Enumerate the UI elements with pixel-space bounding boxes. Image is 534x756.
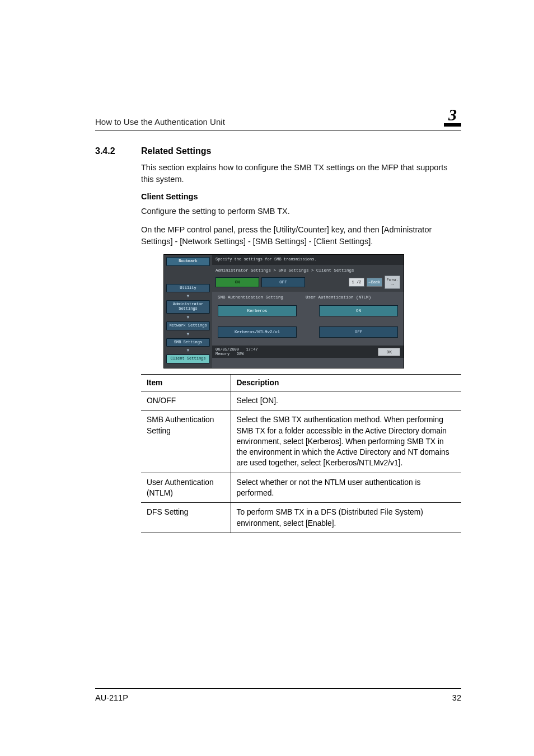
item-cell: User Authentication (NTLM) [141, 473, 231, 503]
client-settings-p1: Configure the setting to perform SMB TX. [141, 206, 461, 217]
forward-button[interactable]: Forw. → [385, 276, 400, 289]
item-cell: DFS Setting [141, 503, 231, 533]
item-cell: SMB Authentication Setting [141, 410, 231, 473]
section-heading: 3.4.2 Related Settings [95, 146, 461, 156]
back-button[interactable]: ←Back [367, 278, 382, 287]
sidebar-bookmark-button[interactable]: Bookmark [166, 257, 210, 266]
on-tab[interactable]: ON [216, 277, 259, 287]
client-settings-heading: Client Settings [141, 192, 461, 201]
table-row: DFS Setting To perform SMB TX in a DFS (… [141, 503, 461, 533]
ok-button[interactable]: OK [378, 348, 400, 356]
panel-tab-row: ON OFF 1 /2 ←Back Forw. → [212, 276, 404, 292]
running-header: How to Use the Authentication Unit 3 [95, 106, 461, 130]
down-arrow-icon: ▼ [166, 315, 210, 320]
down-arrow-icon: ▼ [166, 348, 210, 353]
kerberos-option[interactable]: Kerberos [218, 305, 297, 316]
page-counter: 1 /2 [349, 278, 364, 287]
desc-cell: Select whether or not the NTLM user auth… [231, 473, 461, 503]
down-arrow-icon: ▼ [166, 332, 210, 337]
panel-content: Specify the settings for SMB transmissio… [212, 255, 404, 368]
sidebar-client-settings-button[interactable]: Client Settings [166, 354, 210, 363]
panel-help-strip: Specify the settings for SMB transmissio… [212, 255, 404, 265]
sidebar-smb-settings-button[interactable]: SMB Settings [166, 338, 210, 347]
desc-cell: Select the SMB TX authentication method.… [231, 410, 461, 473]
panel-sidebar: Bookmark Utility ▼ Administrator Setting… [164, 255, 212, 368]
status-memory-label: Memory [216, 352, 229, 356]
smb-auth-setting-label: SMB Authentication Setting [218, 295, 283, 300]
desc-cell: To perform SMB TX in a DFS (Distributed … [231, 503, 461, 533]
running-header-title: How to Use the Authentication Unit [95, 117, 225, 127]
down-arrow-icon: ▼ [166, 294, 210, 298]
chapter-number-badge: 3 [444, 106, 461, 127]
table-row: ON/OFF Select [ON]. [141, 391, 461, 410]
status-memory-pct: 98% [237, 352, 244, 356]
table-header-item: Item [141, 374, 231, 391]
section-number: 3.4.2 [95, 146, 121, 156]
mfp-panel-figure: Bookmark Utility ▼ Administrator Setting… [163, 254, 461, 368]
ntlm-on-option[interactable]: ON [319, 305, 398, 316]
settings-description-table: Item Description ON/OFF Select [ON]. SMB… [141, 374, 461, 533]
desc-cell: Select [ON]. [231, 391, 461, 410]
user-auth-ntlm-label: User Authentication (NTLM) [306, 295, 371, 300]
table-header-description: Description [231, 374, 461, 391]
off-tab[interactable]: OFF [261, 277, 305, 287]
intro-paragraph: This section explains how to configure t… [141, 162, 461, 185]
panel-breadcrumb: Administrator Settings > SMB Settings > … [212, 265, 404, 276]
panel-status-bar: 06/05/2009 17:47 Memory 98% OK [212, 346, 404, 358]
table-row: SMB Authentication Setting Select the SM… [141, 410, 461, 473]
item-cell: ON/OFF [141, 391, 231, 410]
footer-page-number: 32 [452, 693, 461, 702]
kerberos-ntlm-option[interactable]: Kerberos/NTLMv2/v1 [218, 326, 297, 338]
sidebar-admin-settings-button[interactable]: Administrator Settings [166, 300, 210, 313]
ntlm-off-option[interactable]: OFF [319, 326, 398, 338]
page-footer: AU-211P 32 [95, 688, 461, 702]
status-time: 17:47 [246, 347, 258, 352]
footer-model: AU-211P [95, 693, 128, 702]
status-date: 06/05/2009 [216, 347, 239, 352]
mfp-panel: Bookmark Utility ▼ Administrator Setting… [163, 254, 404, 368]
client-settings-p2: On the MFP control panel, press the [Uti… [141, 224, 461, 248]
section-title: Related Settings [141, 146, 211, 156]
table-row: User Authentication (NTLM) Select whethe… [141, 473, 461, 503]
sidebar-utility-button[interactable]: Utility [166, 284, 210, 293]
sidebar-network-settings-button[interactable]: Network Settings [166, 321, 210, 330]
